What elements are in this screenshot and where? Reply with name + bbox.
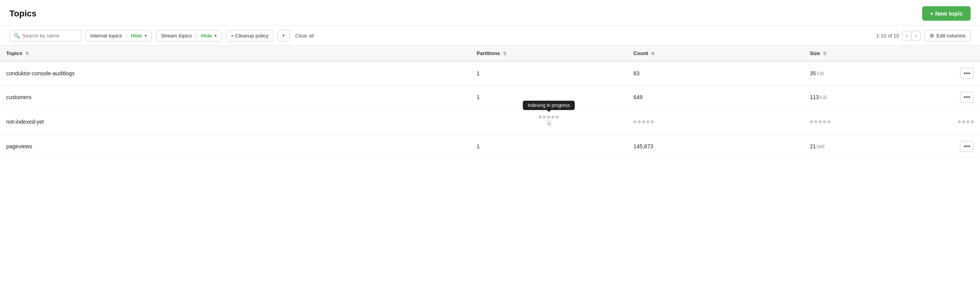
cursor-icon: ☟ [547, 119, 551, 128]
topic-name: customers [6, 94, 32, 100]
dots-partitions [538, 116, 559, 119]
chevron-down-icon: ▾ [145, 33, 147, 38]
internal-topics-label: Internal topics [90, 33, 122, 39]
internal-topics-filter[interactable]: Internal topics | Hide ▾ [85, 30, 152, 41]
dot [547, 116, 550, 119]
col-header-topics[interactable]: Topics ⇅ [0, 46, 470, 61]
topic-name: not-indexed-yet [6, 119, 44, 125]
topic-name-cell: pageviews [0, 135, 470, 158]
cleanup-policy-button[interactable]: + Cleanup policy [226, 30, 274, 41]
search-icon: 🔍 [14, 33, 20, 39]
action-cell: ••• [941, 61, 980, 85]
prev-page-button[interactable]: ‹ [902, 31, 911, 41]
action-cell: ••• [941, 85, 980, 109]
pagination-nav: ‹ › [902, 31, 921, 41]
table-row: pageviews 1 145,873 21MiB ••• [0, 135, 980, 158]
table-header-row: Topics ⇅ Partitions ⇅ Count ⇅ Size ⇅ [0, 46, 980, 61]
indexing-tooltip-wrapper: Indexing in progress ☟ [477, 116, 621, 128]
dots-action [947, 120, 974, 123]
search-input[interactable] [22, 33, 77, 39]
size-cell: 21MiB [804, 135, 941, 158]
count-cell: 83 [627, 61, 803, 85]
partitions-cell: 1 [470, 85, 627, 109]
new-topic-button[interactable]: + New topic [922, 6, 971, 21]
add-filter-button[interactable]: + [277, 30, 290, 41]
col-header-count[interactable]: Count ⇅ [627, 46, 803, 61]
sort-icon-size: ⇅ [823, 51, 826, 56]
row-action-button[interactable]: ••• [960, 68, 974, 79]
edit-columns-label: Edit columns [937, 33, 966, 39]
search-box: 🔍 [9, 30, 81, 41]
dots-size [810, 120, 935, 123]
size-cell [804, 109, 941, 135]
size-unit: KiB [820, 95, 827, 100]
topics-table: Topics ⇅ Partitions ⇅ Count ⇅ Size ⇅ [0, 46, 980, 158]
sort-icon-partitions: ⇅ [503, 51, 506, 56]
table-row: customers 1 649 113KiB ••• [0, 85, 980, 109]
page-title: Topics [9, 9, 36, 19]
next-page-button[interactable]: › [912, 31, 920, 41]
col-header-size[interactable]: Size ⇅ [804, 46, 941, 61]
topic-name: conduktor-console-auditlogs [6, 70, 75, 76]
topic-name: pageviews [6, 143, 32, 149]
count-cell: 145,873 [627, 135, 803, 158]
gear-icon: ⚙ [930, 33, 934, 39]
sort-icon-count: ⇅ [651, 51, 655, 56]
dots-count [633, 120, 797, 123]
topics-table-container: Topics ⇅ Partitions ⇅ Count ⇅ Size ⇅ [0, 46, 980, 158]
internal-topics-hide: Hide [131, 33, 142, 39]
topic-name-cell: conduktor-console-auditlogs [0, 61, 470, 85]
pagination: 1-10 of 10 ‹ › [876, 31, 920, 41]
partitions-cell: 1 [470, 135, 627, 158]
partitions-cell: Indexing in progress ☟ [470, 109, 627, 135]
stream-topics-filter[interactable]: Stream topics | Hide ▾ [156, 30, 222, 41]
sort-icon-topics: ⇅ [25, 51, 29, 56]
col-header-partitions[interactable]: Partitions ⇅ [470, 46, 627, 61]
action-cell: ••• [941, 135, 980, 158]
topic-name-cell: customers [0, 85, 470, 109]
count-cell: 649 [627, 85, 803, 109]
size-cell: 35KiB [804, 61, 941, 85]
dot [538, 116, 542, 119]
edit-columns-button[interactable]: ⚙ Edit columns [925, 30, 971, 41]
row-action-button[interactable]: ••• [960, 92, 974, 103]
dot [556, 116, 559, 119]
stream-topics-hide: Hide [201, 33, 212, 39]
size-cell: 113KiB [804, 85, 941, 109]
topic-name-cell: not-indexed-yet [0, 109, 470, 135]
toolbar: 🔍 Internal topics | Hide ▾ Stream topics… [0, 26, 980, 46]
table-row: conduktor-console-auditlogs 1 83 35KiB •… [0, 61, 980, 85]
row-action-button[interactable]: ••• [960, 141, 974, 152]
count-cell [627, 109, 803, 135]
page-header: Topics + New topic [0, 0, 980, 26]
action-cell [941, 109, 980, 135]
dot [543, 116, 546, 119]
size-unit: MiB [817, 144, 825, 149]
chevron-down-icon-stream: ▾ [215, 33, 217, 38]
col-header-action [941, 46, 980, 61]
table-row: not-indexed-yet Indexing in progress ☟ [0, 109, 980, 135]
partitions-cell: 1 [470, 61, 627, 85]
pagination-text: 1-10 of 10 [876, 33, 899, 39]
clear-all-button[interactable]: Clear all [293, 30, 315, 41]
dot [551, 116, 554, 119]
stream-topics-label: Stream topics [161, 33, 192, 39]
size-unit: KiB [817, 71, 824, 76]
